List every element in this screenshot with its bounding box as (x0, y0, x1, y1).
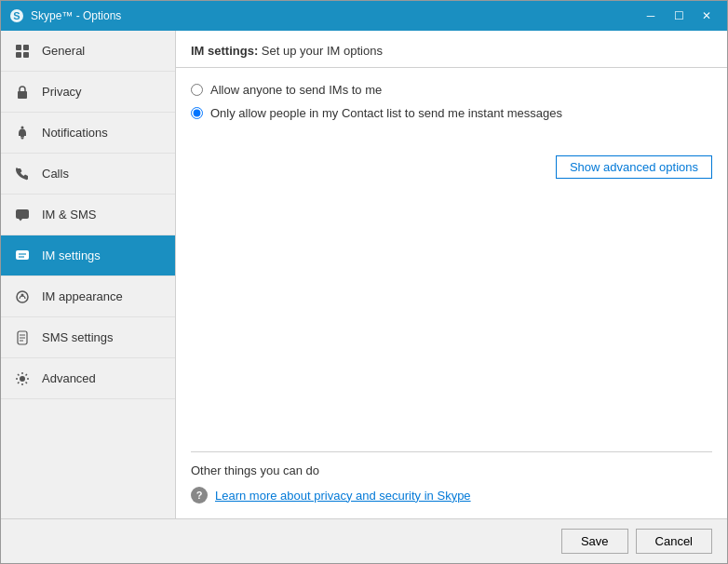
allow-anyone-radio[interactable] (191, 84, 203, 96)
svg-point-14 (17, 291, 28, 302)
options-window: S Skype™ - Options ─ ☐ ✕ Gene (0, 0, 728, 564)
svg-rect-11 (16, 250, 29, 260)
im-sms-icon (12, 205, 33, 225)
sidebar-label-notifications: Notifications (42, 126, 108, 140)
radio-option-only-contacts[interactable]: Only allow people in my Contact list to … (191, 106, 712, 120)
show-advanced-button[interactable]: Show advanced options (556, 155, 712, 179)
help-icon: ? (191, 487, 208, 504)
privacy-link[interactable]: Learn more about privacy and security in… (215, 489, 471, 503)
titlebar: S Skype™ - Options ─ ☐ ✕ (1, 1, 727, 31)
svg-rect-4 (16, 52, 21, 58)
sidebar-label-im-appearance: IM appearance (42, 289, 123, 303)
spacer (191, 179, 712, 451)
privacy-icon (12, 82, 33, 102)
sidebar-item-privacy[interactable]: Privacy (1, 72, 175, 113)
svg-rect-8 (20, 136, 24, 138)
advanced-section: Show advanced options (191, 148, 712, 179)
svg-point-9 (21, 137, 24, 139)
main-header: IM settings: Set up your IM options (176, 31, 727, 68)
sidebar-item-sms-settings[interactable]: SMS settings (1, 317, 175, 358)
maximize-button[interactable]: ☐ (666, 6, 692, 26)
header-prefix: IM settings: (191, 44, 258, 58)
close-button[interactable]: ✕ (694, 6, 720, 26)
minimize-button[interactable]: ─ (638, 6, 664, 26)
sidebar-label-im-settings: IM settings (42, 248, 101, 262)
sidebar: General Privacy (1, 31, 176, 518)
svg-point-20 (20, 376, 25, 382)
im-appearance-icon (12, 287, 33, 307)
svg-rect-2 (16, 45, 21, 50)
svg-rect-10 (16, 209, 29, 219)
advanced-icon (12, 369, 33, 389)
sidebar-label-calls: Calls (42, 167, 69, 181)
svg-rect-3 (23, 45, 29, 50)
sidebar-item-notifications[interactable]: Notifications (1, 113, 175, 154)
sidebar-item-im-sms[interactable]: IM & SMS (1, 195, 175, 235)
window-content: General Privacy (1, 31, 727, 518)
other-things-label: Other things you can do (191, 463, 712, 477)
other-things-section: Other things you can do ? Learn more abo… (191, 451, 712, 504)
header-text: IM settings: Set up your IM options (191, 44, 383, 58)
window-controls: ─ ☐ ✕ (638, 6, 720, 26)
sidebar-item-im-appearance[interactable]: IM appearance (1, 276, 175, 317)
only-contacts-label[interactable]: Only allow people in my Contact list to … (210, 106, 562, 120)
only-contacts-radio[interactable] (191, 107, 203, 119)
sidebar-label-sms-settings: SMS settings (42, 330, 114, 344)
main-body: Allow anyone to send IMs to me Only allo… (176, 68, 727, 518)
sidebar-label-advanced: Advanced (42, 371, 96, 385)
sms-settings-icon (12, 328, 33, 348)
sidebar-item-im-settings[interactable]: IM settings (1, 235, 175, 276)
sidebar-label-im-sms: IM & SMS (42, 208, 97, 222)
sidebar-item-advanced[interactable]: Advanced (1, 358, 175, 399)
notifications-icon (12, 123, 33, 143)
window-title: Skype™ - Options (31, 9, 638, 22)
svg-text:S: S (13, 10, 20, 21)
save-button[interactable]: Save (561, 529, 628, 554)
svg-rect-5 (23, 52, 29, 58)
calls-icon (12, 164, 33, 184)
svg-point-15 (21, 293, 24, 296)
content-wrapper: Allow anyone to send IMs to me Only allo… (191, 83, 712, 504)
sidebar-label-general: General (42, 44, 85, 58)
main-panel: IM settings: Set up your IM options Allo… (176, 31, 727, 518)
other-things-link: ? Learn more about privacy and security … (191, 487, 712, 504)
radio-option-allow-anyone[interactable]: Allow anyone to send IMs to me (191, 83, 712, 97)
general-icon (12, 41, 33, 61)
svg-point-7 (21, 126, 24, 128)
allow-anyone-label[interactable]: Allow anyone to send IMs to me (210, 83, 382, 97)
svg-rect-6 (18, 91, 27, 99)
im-settings-icon (12, 246, 33, 266)
radio-group: Allow anyone to send IMs to me Only allo… (191, 83, 712, 129)
footer: Save Cancel (1, 518, 727, 563)
app-icon: S (8, 7, 25, 24)
sidebar-label-privacy: Privacy (42, 85, 82, 99)
sidebar-item-calls[interactable]: Calls (1, 154, 175, 195)
cancel-button[interactable]: Cancel (636, 529, 712, 554)
header-description: Set up your IM options (262, 44, 383, 58)
sidebar-item-general[interactable]: General (1, 31, 175, 72)
